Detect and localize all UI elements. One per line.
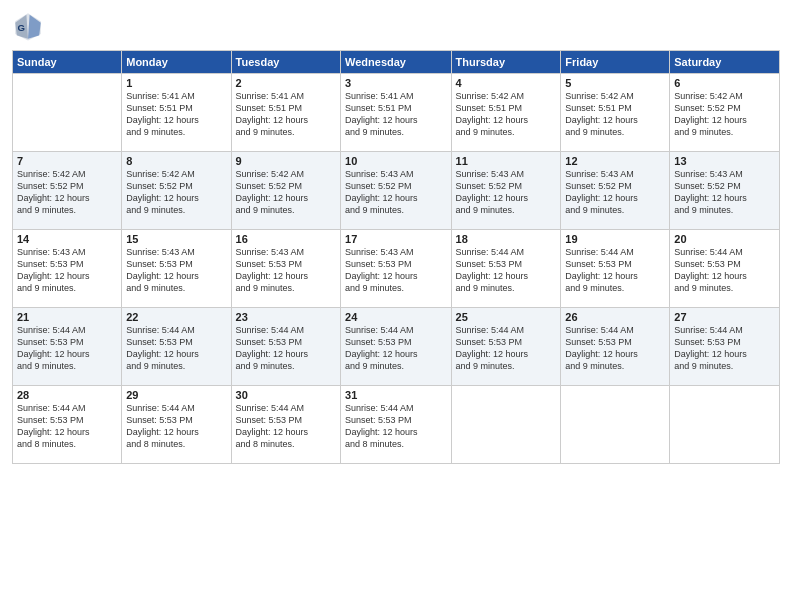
day-info: Sunrise: 5:44 AM Sunset: 5:53 PM Dayligh…	[674, 246, 775, 295]
calendar-cell: 25Sunrise: 5:44 AM Sunset: 5:53 PM Dayli…	[451, 308, 561, 386]
day-header-friday: Friday	[561, 51, 670, 74]
day-number: 8	[126, 155, 226, 167]
calendar-cell	[670, 386, 780, 464]
day-info: Sunrise: 5:41 AM Sunset: 5:51 PM Dayligh…	[236, 90, 336, 139]
calendar-cell: 17Sunrise: 5:43 AM Sunset: 5:53 PM Dayli…	[341, 230, 451, 308]
day-number: 5	[565, 77, 665, 89]
day-number: 10	[345, 155, 446, 167]
day-info: Sunrise: 5:44 AM Sunset: 5:53 PM Dayligh…	[345, 324, 446, 373]
calendar-cell: 11Sunrise: 5:43 AM Sunset: 5:52 PM Dayli…	[451, 152, 561, 230]
day-info: Sunrise: 5:41 AM Sunset: 5:51 PM Dayligh…	[126, 90, 226, 139]
calendar-cell: 2Sunrise: 5:41 AM Sunset: 5:51 PM Daylig…	[231, 74, 340, 152]
day-header-thursday: Thursday	[451, 51, 561, 74]
logo-icon: G	[12, 10, 44, 42]
day-number: 22	[126, 311, 226, 323]
day-info: Sunrise: 5:42 AM Sunset: 5:52 PM Dayligh…	[674, 90, 775, 139]
day-number: 29	[126, 389, 226, 401]
calendar-cell: 15Sunrise: 5:43 AM Sunset: 5:53 PM Dayli…	[122, 230, 231, 308]
week-row-3: 14Sunrise: 5:43 AM Sunset: 5:53 PM Dayli…	[13, 230, 780, 308]
day-info: Sunrise: 5:44 AM Sunset: 5:53 PM Dayligh…	[236, 402, 336, 451]
calendar-cell: 30Sunrise: 5:44 AM Sunset: 5:53 PM Dayli…	[231, 386, 340, 464]
day-info: Sunrise: 5:43 AM Sunset: 5:52 PM Dayligh…	[345, 168, 446, 217]
calendar-cell: 21Sunrise: 5:44 AM Sunset: 5:53 PM Dayli…	[13, 308, 122, 386]
week-row-5: 28Sunrise: 5:44 AM Sunset: 5:53 PM Dayli…	[13, 386, 780, 464]
calendar-cell: 29Sunrise: 5:44 AM Sunset: 5:53 PM Dayli…	[122, 386, 231, 464]
calendar-cell: 20Sunrise: 5:44 AM Sunset: 5:53 PM Dayli…	[670, 230, 780, 308]
day-number: 18	[456, 233, 557, 245]
calendar-cell: 3Sunrise: 5:41 AM Sunset: 5:51 PM Daylig…	[341, 74, 451, 152]
day-number: 28	[17, 389, 117, 401]
day-header-saturday: Saturday	[670, 51, 780, 74]
day-number: 27	[674, 311, 775, 323]
day-info: Sunrise: 5:43 AM Sunset: 5:53 PM Dayligh…	[126, 246, 226, 295]
day-info: Sunrise: 5:44 AM Sunset: 5:53 PM Dayligh…	[126, 402, 226, 451]
calendar-cell: 27Sunrise: 5:44 AM Sunset: 5:53 PM Dayli…	[670, 308, 780, 386]
calendar-cell: 28Sunrise: 5:44 AM Sunset: 5:53 PM Dayli…	[13, 386, 122, 464]
day-header-wednesday: Wednesday	[341, 51, 451, 74]
day-info: Sunrise: 5:44 AM Sunset: 5:53 PM Dayligh…	[17, 324, 117, 373]
day-info: Sunrise: 5:44 AM Sunset: 5:53 PM Dayligh…	[565, 246, 665, 295]
calendar-cell: 9Sunrise: 5:42 AM Sunset: 5:52 PM Daylig…	[231, 152, 340, 230]
calendar-cell: 23Sunrise: 5:44 AM Sunset: 5:53 PM Dayli…	[231, 308, 340, 386]
day-number: 6	[674, 77, 775, 89]
svg-text:G: G	[18, 22, 25, 33]
day-info: Sunrise: 5:42 AM Sunset: 5:51 PM Dayligh…	[565, 90, 665, 139]
day-info: Sunrise: 5:43 AM Sunset: 5:52 PM Dayligh…	[565, 168, 665, 217]
day-info: Sunrise: 5:42 AM Sunset: 5:51 PM Dayligh…	[456, 90, 557, 139]
calendar-cell: 16Sunrise: 5:43 AM Sunset: 5:53 PM Dayli…	[231, 230, 340, 308]
day-info: Sunrise: 5:44 AM Sunset: 5:53 PM Dayligh…	[456, 246, 557, 295]
day-info: Sunrise: 5:44 AM Sunset: 5:53 PM Dayligh…	[236, 324, 336, 373]
day-number: 12	[565, 155, 665, 167]
day-header-monday: Monday	[122, 51, 231, 74]
day-header-tuesday: Tuesday	[231, 51, 340, 74]
page-container: G SundayMondayTuesdayWednesdayThursdayFr…	[0, 0, 792, 474]
day-info: Sunrise: 5:44 AM Sunset: 5:53 PM Dayligh…	[126, 324, 226, 373]
day-info: Sunrise: 5:42 AM Sunset: 5:52 PM Dayligh…	[17, 168, 117, 217]
day-number: 4	[456, 77, 557, 89]
calendar-cell: 19Sunrise: 5:44 AM Sunset: 5:53 PM Dayli…	[561, 230, 670, 308]
day-info: Sunrise: 5:43 AM Sunset: 5:53 PM Dayligh…	[345, 246, 446, 295]
day-number: 14	[17, 233, 117, 245]
header: G	[12, 10, 780, 42]
week-row-4: 21Sunrise: 5:44 AM Sunset: 5:53 PM Dayli…	[13, 308, 780, 386]
day-number: 13	[674, 155, 775, 167]
header-row: SundayMondayTuesdayWednesdayThursdayFrid…	[13, 51, 780, 74]
day-number: 21	[17, 311, 117, 323]
day-info: Sunrise: 5:42 AM Sunset: 5:52 PM Dayligh…	[126, 168, 226, 217]
day-info: Sunrise: 5:44 AM Sunset: 5:53 PM Dayligh…	[17, 402, 117, 451]
day-info: Sunrise: 5:44 AM Sunset: 5:53 PM Dayligh…	[345, 402, 446, 451]
day-info: Sunrise: 5:44 AM Sunset: 5:53 PM Dayligh…	[565, 324, 665, 373]
calendar-cell	[561, 386, 670, 464]
calendar-cell: 18Sunrise: 5:44 AM Sunset: 5:53 PM Dayli…	[451, 230, 561, 308]
calendar-cell	[13, 74, 122, 152]
day-info: Sunrise: 5:44 AM Sunset: 5:53 PM Dayligh…	[674, 324, 775, 373]
calendar-cell: 6Sunrise: 5:42 AM Sunset: 5:52 PM Daylig…	[670, 74, 780, 152]
day-number: 1	[126, 77, 226, 89]
day-number: 19	[565, 233, 665, 245]
week-row-2: 7Sunrise: 5:42 AM Sunset: 5:52 PM Daylig…	[13, 152, 780, 230]
week-row-1: 1Sunrise: 5:41 AM Sunset: 5:51 PM Daylig…	[13, 74, 780, 152]
logo: G	[12, 10, 48, 42]
calendar-cell: 5Sunrise: 5:42 AM Sunset: 5:51 PM Daylig…	[561, 74, 670, 152]
calendar-cell: 1Sunrise: 5:41 AM Sunset: 5:51 PM Daylig…	[122, 74, 231, 152]
calendar-cell: 13Sunrise: 5:43 AM Sunset: 5:52 PM Dayli…	[670, 152, 780, 230]
day-info: Sunrise: 5:43 AM Sunset: 5:53 PM Dayligh…	[17, 246, 117, 295]
calendar-cell	[451, 386, 561, 464]
calendar-cell: 7Sunrise: 5:42 AM Sunset: 5:52 PM Daylig…	[13, 152, 122, 230]
day-info: Sunrise: 5:43 AM Sunset: 5:52 PM Dayligh…	[674, 168, 775, 217]
day-info: Sunrise: 5:43 AM Sunset: 5:53 PM Dayligh…	[236, 246, 336, 295]
day-number: 31	[345, 389, 446, 401]
day-number: 17	[345, 233, 446, 245]
day-number: 15	[126, 233, 226, 245]
day-number: 25	[456, 311, 557, 323]
calendar-cell: 8Sunrise: 5:42 AM Sunset: 5:52 PM Daylig…	[122, 152, 231, 230]
svg-marker-1	[28, 15, 41, 39]
calendar-table: SundayMondayTuesdayWednesdayThursdayFrid…	[12, 50, 780, 464]
day-number: 3	[345, 77, 446, 89]
calendar-cell: 22Sunrise: 5:44 AM Sunset: 5:53 PM Dayli…	[122, 308, 231, 386]
calendar-cell: 4Sunrise: 5:42 AM Sunset: 5:51 PM Daylig…	[451, 74, 561, 152]
calendar-cell: 31Sunrise: 5:44 AM Sunset: 5:53 PM Dayli…	[341, 386, 451, 464]
day-info: Sunrise: 5:43 AM Sunset: 5:52 PM Dayligh…	[456, 168, 557, 217]
calendar-cell: 24Sunrise: 5:44 AM Sunset: 5:53 PM Dayli…	[341, 308, 451, 386]
day-number: 24	[345, 311, 446, 323]
